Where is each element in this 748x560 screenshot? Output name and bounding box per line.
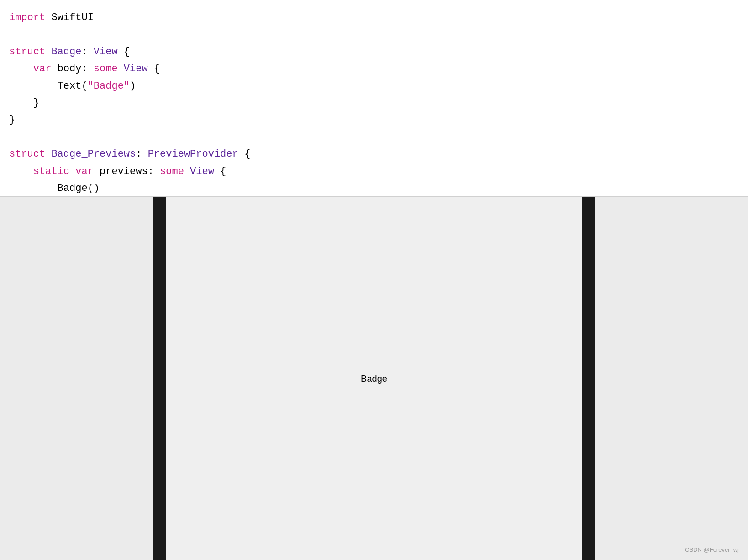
type-preview-provider: PreviewProvider	[148, 146, 238, 163]
type-view-2: View	[124, 60, 148, 77]
keyword-var-1: var	[33, 60, 52, 77]
type-view-1: View	[94, 43, 118, 60]
code-line-11: Badge()	[0, 180, 748, 196]
code-editor: import SwiftUI struct Badge: View { var …	[0, 0, 748, 196]
badge-preview-label: Badge	[361, 374, 387, 384]
keyword-struct-2: struct	[9, 146, 45, 163]
code-line-4: var body: some View {	[0, 60, 748, 77]
phone-left-bar	[153, 197, 166, 560]
watermark: CSDN @Forever_wj	[685, 546, 739, 553]
string-badge: "Badge"	[88, 78, 130, 95]
code-line-9: struct Badge_Previews: PreviewProvider {	[0, 146, 748, 163]
code-line-3: struct Badge: View {	[0, 43, 748, 60]
keyword-some-1: some	[94, 60, 118, 77]
keyword-var-2: var	[75, 163, 94, 180]
code-line-blank-2	[0, 129, 748, 146]
keyword-import: import	[9, 9, 45, 26]
code-line-7: }	[0, 111, 748, 128]
type-view-3: View	[190, 163, 214, 180]
code-line-blank-1	[0, 26, 748, 43]
type-badge: Badge	[51, 43, 81, 60]
code-line-1: import SwiftUI	[0, 9, 748, 26]
code-line-6: }	[0, 95, 748, 111]
type-badge-previews: Badge_Previews	[51, 146, 136, 163]
preview-canvas: Badge CSDN @Forever_wj	[0, 197, 748, 560]
phone-right-bar	[582, 197, 595, 560]
keyword-some-2: some	[160, 163, 184, 180]
code-line-10: static var previews: some View {	[0, 163, 748, 180]
keyword-static: static	[33, 163, 69, 180]
keyword-struct-1: struct	[9, 43, 45, 60]
code-line-5: Text("Badge")	[0, 78, 748, 95]
phone-screen: Badge	[166, 197, 582, 560]
